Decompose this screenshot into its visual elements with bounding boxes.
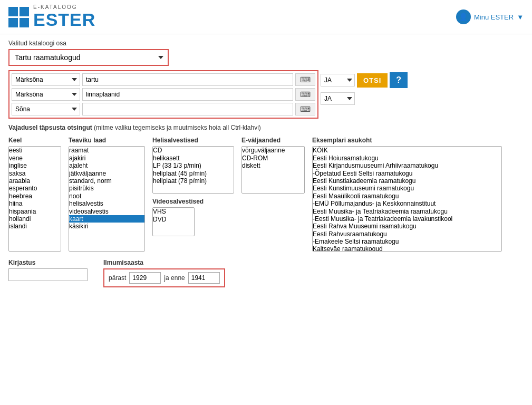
videosalvestised-label: Videosalvestised (152, 198, 305, 205)
catalog-label: Valitud kataloogi osa (8, 40, 524, 47)
catalog-select[interactable]: Tartu raamatukogud Eesti ühiskataloogi (9, 50, 168, 65)
main-content: Valitud kataloogi osa Tartu raamatukogud… (0, 34, 532, 293)
kirjastus-label: Kirjastus (8, 259, 88, 266)
user-chevron: ▼ (517, 13, 524, 21)
evaljaanded-label: E-väljaanded (241, 137, 305, 144)
search-input-1[interactable] (82, 73, 293, 86)
helisalvestised-list[interactable]: CD helikasett LP (33 1/3 p/min) heliplaa… (152, 146, 234, 194)
videosalvestised-filter: Videosalvestised VHS DVD (152, 198, 305, 236)
helisalvestised-filter: Helisalvestised CD helikasett LP (33 1/3… (152, 137, 234, 194)
search-button[interactable]: OTSI (357, 73, 388, 88)
search-box: MärksõnaPealkiriAutorISBNSõna ⌨ Märksõna… (8, 70, 318, 119)
search-type-1[interactable]: MärksõnaPealkiriAutorISBNSõna (12, 73, 80, 86)
logo: E-KATALOOG ESTER (8, 4, 95, 30)
keel-filter: Keel eesti vene inglise saksa araabia es… (8, 137, 61, 252)
ilmumisaasta-group: Ilmumisaasta pärast ja enne (103, 259, 225, 287)
help-button[interactable]: ? (390, 72, 408, 88)
search-input-2[interactable] (82, 88, 293, 101)
teaviku-laad-filter: Teaviku laad raamat ajakiri ajaleht jätk… (69, 137, 145, 252)
evaljaanded-list[interactable]: võrguväljaanne CD-ROM diskett (241, 146, 305, 194)
kirjastus-input[interactable] (8, 268, 88, 281)
user-menu[interactable]: 👤 Minu ESTER ▼ (456, 9, 524, 24)
keel-list[interactable]: eesti vene inglise saksa araabia esperan… (8, 146, 61, 252)
teaviku-laad-list[interactable]: raamat ajakiri ajaleht jätkväljaanne sta… (69, 146, 145, 252)
bottom-filters: Kirjastus Ilmumisaasta pärast ja enne (8, 259, 524, 287)
ilmumisaasta-label: Ilmumisaasta (103, 259, 225, 266)
operator-2[interactable]: JAVÕIEI (321, 92, 355, 105)
parast-input[interactable] (129, 272, 161, 284)
keyboard-btn-2[interactable]: ⌨ (295, 88, 315, 101)
asukoht-list[interactable]: KÕIK Eesti Hoiuraamatukogu Eesti Kirjand… (312, 146, 502, 252)
logo-ester: ESTER (33, 10, 95, 30)
teaviku-laad-label: Teaviku laad (69, 137, 145, 144)
search-row-2: MärksõnaPealkiriAutorISBNSõna ⌨ (12, 88, 315, 101)
videosalvestised-list[interactable]: VHS DVD (152, 207, 195, 236)
user-label: Minu ESTER (474, 13, 514, 21)
ja-enne-input[interactable] (188, 272, 220, 284)
filters-row: Keel eesti vene inglise saksa araabia es… (8, 137, 524, 252)
refine-label: Vajadusel täpsusta otsingut (mitme valik… (8, 124, 524, 131)
helisalvestised-label: Helisalvestised (152, 137, 234, 144)
search-row-1: MärksõnaPealkiriAutorISBNSõna ⌨ (12, 73, 315, 86)
search-input-3[interactable] (82, 103, 293, 115)
asukoht-label: Eksemplari asukoht (312, 137, 502, 144)
search-row-3: SõnaMärksõnaPealkiriAutorISBN ⌨ (12, 103, 315, 115)
header: E-KATALOOG ESTER 👤 Minu ESTER ▼ (0, 0, 532, 34)
keyboard-btn-1[interactable]: ⌨ (295, 73, 315, 86)
evaljaanded-filter: E-väljaanded võrguväljaanne CD-ROM diske… (241, 137, 305, 194)
keyboard-btn-3[interactable]: ⌨ (295, 103, 315, 115)
ja-enne-label: ja enne (164, 274, 185, 282)
user-icon: 👤 (456, 9, 471, 24)
operator-1[interactable]: JAVÕIEI (321, 74, 355, 86)
parast-label: pärast (109, 274, 126, 282)
search-type-3[interactable]: SõnaMärksõnaPealkiriAutorISBN (12, 103, 80, 115)
search-type-2[interactable]: MärksõnaPealkiriAutorISBNSõna (12, 88, 80, 101)
middle-filters: Helisalvestised CD helikasett LP (33 1/3… (152, 137, 305, 236)
kirjastus-group: Kirjastus (8, 259, 88, 281)
asukoht-filter: Eksemplari asukoht KÕIK Eesti Hoiuraamat… (312, 137, 502, 252)
keel-label: Keel (8, 137, 61, 144)
